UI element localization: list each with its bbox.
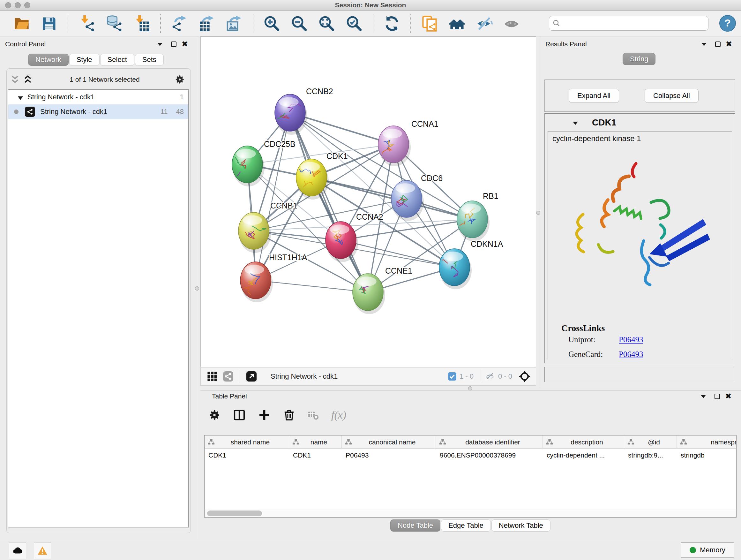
zoom-selected-button[interactable] [345, 15, 363, 33]
cell-id[interactable]: stringdb:9... [624, 449, 677, 462]
refresh-button[interactable] [383, 15, 401, 33]
column-header-database-identifier[interactable]: database identifier [436, 435, 543, 449]
duplicate-network-button[interactable] [421, 15, 439, 33]
network-options-gear-icon[interactable] [174, 74, 185, 85]
export-image-icon [226, 15, 243, 32]
column-header-name[interactable]: name [289, 435, 342, 449]
export-network-button[interactable] [171, 15, 188, 33]
import-table-button[interactable] [133, 15, 151, 33]
hide-selected-button[interactable] [475, 15, 493, 33]
control-panel-title: Control Panel [5, 40, 46, 48]
warning-status-button[interactable] [34, 542, 51, 559]
create-column-icon[interactable] [258, 409, 271, 422]
node-CDKN1A[interactable] [430, 249, 472, 289]
open-file-button[interactable] [13, 15, 30, 33]
node-CDC25B[interactable] [229, 146, 265, 186]
export-table-button[interactable] [198, 15, 216, 33]
birds-eye-view-icon[interactable] [519, 370, 531, 382]
delete-column-icon[interactable] [283, 409, 295, 422]
tab-node-table[interactable]: Node Table [390, 519, 441, 532]
cell-description[interactable]: cyclin-dependent ... [543, 449, 624, 462]
search-input[interactable] [563, 20, 705, 27]
memory-button[interactable]: Memory [681, 543, 734, 558]
column-header-canonical-name[interactable]: canonical name [342, 435, 436, 449]
cell-shared-name[interactable]: CDK1 [205, 449, 289, 462]
network-canvas[interactable]: CCNB2CCNA1CDC25BCDK1CDC6RB1CCNB1CCNA2CDK… [200, 37, 536, 367]
node-CDC6[interactable] [391, 180, 424, 221]
export-image-button[interactable] [225, 15, 243, 33]
expand-all-icon[interactable] [22, 75, 33, 84]
bottom-splitter-handle[interactable] [468, 386, 472, 390]
network-collection-row[interactable]: String Network - cdk1 1 [8, 90, 188, 105]
scrollbar-thumb[interactable] [207, 510, 262, 516]
import-network-button[interactable] [78, 15, 96, 33]
tab-style[interactable]: Style [69, 54, 99, 66]
tab-sets[interactable]: Sets [135, 54, 164, 66]
control-panel-float-icon[interactable] [171, 42, 177, 47]
table-horizontal-scrollbar[interactable] [205, 509, 736, 517]
network-row[interactable]: String Network - cdk1 11 48 [8, 105, 188, 119]
hidden-eye-icon[interactable] [485, 372, 495, 381]
cell-namespace[interactable]: stringdb [677, 449, 737, 462]
help-button[interactable]: ? [719, 15, 736, 32]
node-CCNA1[interactable] [378, 126, 411, 166]
tab-select[interactable]: Select [100, 54, 134, 66]
column-header-description[interactable]: description [543, 435, 624, 449]
zoom-out-button[interactable] [290, 15, 308, 33]
first-neighbors-icon [449, 15, 465, 32]
collapse-all-icon[interactable] [10, 75, 20, 84]
column-header-id[interactable]: @id [624, 435, 677, 449]
zoom-fit-button[interactable] [318, 15, 336, 33]
grid-view-icon[interactable] [206, 371, 218, 382]
selected-checkbox-icon[interactable] [448, 372, 456, 381]
table-panel-float-icon[interactable] [715, 394, 720, 399]
node-CDK1[interactable] [296, 159, 329, 199]
control-panel-tabs: NetworkStyleSelectSets [28, 54, 164, 66]
collection-expand-icon[interactable] [18, 97, 23, 100]
tab-string[interactable]: String [623, 53, 656, 65]
detach-view-icon[interactable] [246, 371, 257, 382]
right-splitter-handle[interactable] [536, 211, 540, 215]
import-database-button[interactable] [105, 15, 123, 33]
function-builder-icon[interactable]: f(x) [331, 409, 346, 421]
results-panel-float-icon[interactable] [715, 42, 721, 47]
control-panel-close-icon[interactable]: ✖ [182, 41, 188, 47]
results-panel-menu-icon[interactable] [701, 43, 706, 46]
edge-CCNB2-CCNE1[interactable] [290, 113, 368, 292]
search-box[interactable] [549, 16, 709, 30]
control-panel-menu-icon[interactable] [157, 43, 162, 46]
hide-selected-icon [476, 15, 493, 32]
gene-collapse-icon[interactable] [573, 122, 578, 125]
zoom-in-button[interactable] [263, 15, 281, 33]
network-share-view-icon[interactable] [222, 371, 234, 382]
expand-all-button[interactable]: Expand All [569, 89, 619, 103]
save-button[interactable] [40, 15, 58, 33]
crosslink-link[interactable]: P06493 [619, 350, 643, 360]
table-row[interactable]: CDK1CDK1P064939606.ENSP00000378699cyclin… [205, 449, 737, 462]
cell-canonical-name[interactable]: P06493 [342, 449, 436, 462]
cell-database-identifier[interactable]: 9606.ENSP00000378699 [436, 449, 543, 462]
node-CCNB2[interactable] [273, 94, 307, 135]
column-header-shared-name[interactable]: shared name [205, 435, 289, 449]
delete-table-icon[interactable] [308, 409, 319, 422]
left-splitter-handle[interactable] [195, 287, 199, 291]
cell-name[interactable]: CDK1 [289, 449, 342, 462]
table-panel-menu-icon[interactable] [701, 395, 706, 398]
crosslink-label: GeneCard: [568, 350, 619, 360]
column-header-namespace[interactable]: namespace [677, 435, 737, 449]
tab-network[interactable]: Network [28, 54, 69, 66]
node-CCNE1[interactable] [353, 273, 385, 314]
node-HIST1H1A[interactable] [240, 262, 273, 302]
collapse-all-button[interactable]: Collapse All [645, 89, 698, 103]
table-options-gear-icon[interactable] [208, 409, 221, 422]
node-CCNA2[interactable] [326, 222, 358, 262]
show-all-button[interactable] [503, 15, 521, 33]
table-panel-close-icon[interactable]: ✖ [725, 393, 731, 399]
first-neighbors-button[interactable] [448, 15, 466, 33]
results-panel-close-icon[interactable]: ✖ [726, 41, 732, 47]
crosslink-link[interactable]: P06493 [619, 335, 643, 346]
show-columns-icon[interactable] [233, 409, 246, 422]
cloud-status-button[interactable] [9, 542, 26, 559]
tab-edge-table[interactable]: Edge Table [441, 519, 491, 532]
tab-network-table[interactable]: Network Table [491, 519, 550, 532]
